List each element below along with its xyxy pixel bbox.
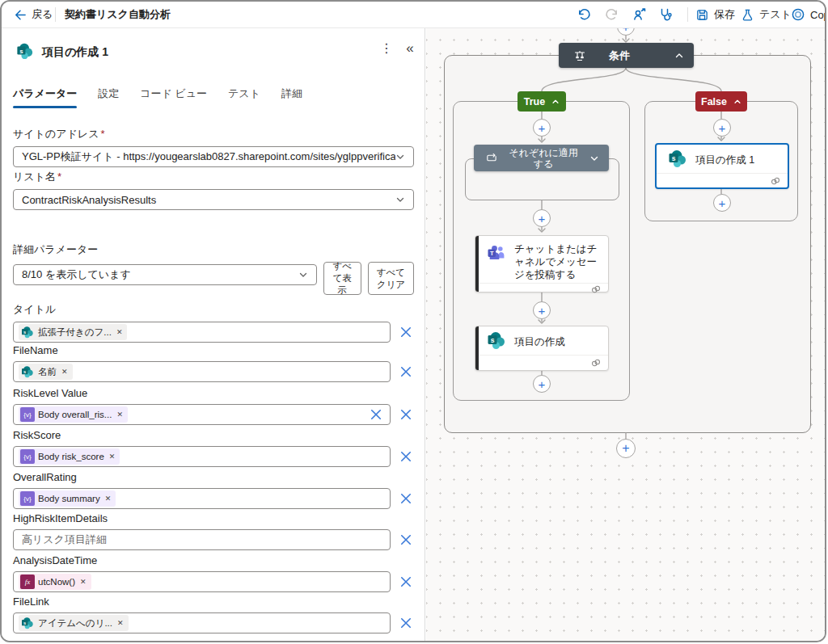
teams-post-message-node[interactable]: T チャットまたはチャネルでメッセージを投稿する: [475, 235, 609, 293]
clear-field-button[interactable]: [398, 617, 414, 629]
field-label: RiskScore: [13, 429, 414, 441]
advanced-parameters-label: 詳細パラメーター: [13, 242, 414, 257]
clear-field-button[interactable]: [398, 493, 414, 504]
svg-text:s: s: [19, 48, 23, 55]
action-details-panel: s 項目の作成 1 ⋮ « パラメーター 設定 コード ビュー テスト 詳細 サ…: [2, 28, 425, 642]
flow-checker-button[interactable]: [658, 2, 673, 27]
token-remove-icon[interactable]: ✕: [105, 495, 112, 503]
tab-settings[interactable]: 設定: [98, 86, 119, 108]
collapse-panel-icon[interactable]: «: [401, 40, 419, 57]
clear-field-button[interactable]: [398, 576, 414, 587]
tab-test[interactable]: テスト: [228, 86, 260, 108]
token-text: utcNow(): [38, 577, 75, 587]
dynamic-value-icon: {v}: [20, 407, 35, 422]
create-item-node[interactable]: s 項目の作成: [475, 326, 609, 371]
field-row-filelink: FileLink s アイテムへのリ... ✕: [13, 596, 414, 633]
risklevel-input[interactable]: {v} Body overall_ris... ✕: [13, 404, 391, 425]
list-name-value: ContractRiskAnalysisResults: [22, 194, 395, 206]
clear-field-button[interactable]: [398, 366, 414, 377]
false-branch-badge[interactable]: False: [695, 91, 747, 112]
tab-parameters[interactable]: パラメーター: [13, 86, 77, 108]
chevron-down-icon: [395, 195, 405, 204]
clear-field-button[interactable]: [398, 409, 414, 420]
add-action-button[interactable]: +: [533, 375, 551, 393]
test-button[interactable]: テスト: [741, 2, 792, 27]
token-remove-icon[interactable]: ✕: [116, 410, 123, 419]
filename-input[interactable]: s 名前 ✕: [13, 361, 391, 382]
token-remove-icon[interactable]: ✕: [117, 619, 124, 627]
tab-details[interactable]: 詳細: [281, 86, 302, 108]
dynamic-content-token[interactable]: s 拡張子付きのフ... ✕: [19, 324, 127, 340]
field-row-risklevel: RiskLevel Value {v} Body overall_ris... …: [13, 387, 414, 425]
dynamic-content-token[interactable]: s アイテムへのリ... ✕: [19, 615, 129, 631]
save-button[interactable]: 保存: [695, 2, 735, 27]
expression-fx-icon: fx: [20, 575, 35, 589]
app-window: 戻る 契約書リスク自動分析 保存 テスト Copilot: [0, 0, 826, 642]
clear-field-button[interactable]: [398, 326, 414, 338]
undo-button[interactable]: [577, 2, 591, 27]
token-text: アイテムへのリ...: [38, 617, 112, 629]
title-input[interactable]: s 拡張子付きのフ... ✕: [13, 322, 391, 343]
flow-designer-canvas[interactable]: + 条件 True False + それぞれに適用する 1 件のアクション +: [426, 28, 826, 642]
analysisdatetime-input[interactable]: fx utcNow() ✕: [13, 571, 391, 592]
add-action-button[interactable]: +: [533, 301, 551, 319]
chevron-up-icon[interactable]: [674, 51, 684, 61]
svg-text:s: s: [491, 336, 495, 344]
clear-field-button[interactable]: [398, 534, 414, 545]
share-button[interactable]: [632, 2, 647, 27]
add-action-button[interactable]: +: [713, 194, 731, 212]
dynamic-content-token[interactable]: {v} Body summary ✕: [19, 490, 116, 507]
advanced-parameters-select[interactable]: 8/10 を表示しています: [13, 264, 317, 285]
more-options-icon[interactable]: ⋮: [378, 40, 395, 56]
add-action-button[interactable]: +: [713, 119, 731, 137]
overallrating-input[interactable]: {v} Body summary ✕: [13, 488, 391, 509]
clear-value-button[interactable]: [370, 409, 382, 420]
token-remove-icon[interactable]: ✕: [80, 578, 87, 586]
site-address-select[interactable]: YGL-PP検証サイト - https://yougearslab0827.sh…: [13, 146, 414, 167]
token-remove-icon[interactable]: ✕: [109, 452, 116, 461]
token-text: Body overall_ris...: [38, 410, 112, 419]
true-branch-badge[interactable]: True: [518, 91, 566, 112]
field-label: OverallRating: [13, 471, 414, 483]
svg-text:T: T: [490, 250, 494, 257]
dynamic-content-token[interactable]: {v} Body overall_ris... ✕: [19, 406, 128, 423]
create-item-1-node[interactable]: s 項目の作成 1: [655, 143, 789, 189]
field-text-value: 高リスク項目詳細: [19, 532, 107, 547]
svg-text:s: s: [672, 154, 676, 162]
clear-x-icon: [400, 366, 412, 377]
chevron-up-icon: [733, 98, 741, 106]
condition-node[interactable]: 条件: [559, 43, 694, 68]
expression-token[interactable]: fx utcNow() ✕: [19, 574, 91, 590]
chevron-down-icon[interactable]: [589, 154, 599, 163]
dynamic-content-token[interactable]: {v} Body risk_score ✕: [19, 448, 120, 465]
show-all-button[interactable]: すべて表示: [323, 262, 361, 295]
required-asterisk: *: [57, 170, 61, 183]
clear-x-icon: [370, 409, 382, 420]
add-action-button[interactable]: +: [617, 28, 635, 36]
redo-button[interactable]: [605, 2, 619, 27]
back-button[interactable]: 戻る: [13, 2, 53, 27]
token-remove-icon[interactable]: ✕: [116, 328, 123, 336]
clear-all-button[interactable]: すべてクリア: [368, 262, 414, 295]
clear-x-icon: [400, 451, 412, 462]
tab-code-view[interactable]: コード ビュー: [140, 86, 207, 108]
copilot-button[interactable]: Copilot: [791, 2, 826, 27]
top-toolbar: 戻る 契約書リスク自動分析 保存 テスト Copilot: [2, 2, 825, 28]
list-name-select[interactable]: ContractRiskAnalysisResults: [13, 189, 414, 210]
add-action-button[interactable]: +: [616, 439, 636, 458]
filelink-input[interactable]: s アイテムへのリ... ✕: [13, 612, 391, 633]
panel-tabs: パラメーター 設定 コード ビュー テスト 詳細: [13, 86, 302, 108]
back-arrow-icon: [13, 8, 27, 22]
highrisk-input[interactable]: 高リスク項目詳細: [13, 529, 391, 550]
riskscore-input[interactable]: {v} Body risk_score ✕: [13, 446, 391, 467]
token-remove-icon[interactable]: ✕: [61, 368, 68, 376]
back-label: 戻る: [32, 7, 53, 22]
clear-x-icon: [400, 576, 412, 587]
clear-field-button[interactable]: [398, 451, 414, 462]
add-action-button[interactable]: +: [533, 209, 551, 227]
add-action-button[interactable]: +: [533, 119, 551, 137]
apply-to-each-node[interactable]: それぞれに適用する: [474, 145, 609, 171]
field-row-riskscore: RiskScore {v} Body risk_score ✕: [13, 429, 414, 467]
dynamic-content-token[interactable]: s 名前 ✕: [19, 364, 73, 380]
save-icon: [695, 8, 709, 22]
